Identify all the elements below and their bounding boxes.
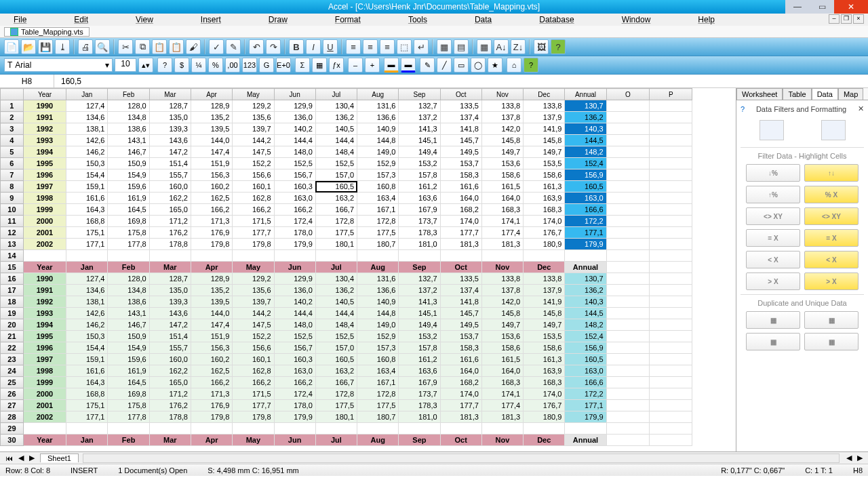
cell[interactable]: 181,0 [399, 411, 440, 423]
cell[interactable]: 151,4 [149, 158, 191, 169]
cell[interactable]: 168,2 [440, 204, 481, 216]
cell[interactable]: 164,5 [108, 204, 149, 216]
cell[interactable]: 135,6 [233, 285, 274, 296]
cell[interactable]: 152,5 [315, 331, 357, 342]
cell[interactable]: 137,4 [440, 285, 481, 296]
cell[interactable]: 142,6 [66, 308, 108, 319]
cell[interactable]: 157,0 [315, 342, 357, 354]
filter-xy-button[interactable]: <> XY [746, 207, 800, 225]
cell[interactable]: 141,9 [524, 296, 565, 308]
col-header[interactable]: May [233, 89, 274, 100]
cell[interactable]: 171,5 [233, 388, 274, 400]
cell[interactable]: 150,9 [108, 331, 149, 342]
cell[interactable]: 140,9 [357, 296, 399, 308]
sheet-tab-1[interactable]: Sheet1 [40, 453, 79, 462]
cell[interactable]: 180,1 [315, 411, 357, 423]
cell[interactable]: 158,6 [481, 342, 523, 354]
cell[interactable]: 151,4 [149, 331, 191, 342]
cell[interactable]: 161,3 [524, 354, 565, 365]
cell[interactable]: 167,9 [399, 377, 440, 388]
col-header[interactable]: Apr [191, 89, 232, 100]
cell[interactable]: 140,9 [357, 123, 399, 135]
close-button[interactable]: ✕ [834, 0, 868, 14]
sum-icon[interactable]: Σ [295, 58, 310, 73]
cell[interactable]: 154,4 [66, 342, 108, 354]
cell[interactable]: 168,8 [66, 388, 108, 400]
cell[interactable]: 166,2 [191, 377, 232, 388]
cell[interactable]: 135,2 [191, 285, 232, 296]
cell[interactable]: 176,7 [524, 227, 565, 239]
cell[interactable]: 127,4 [66, 100, 108, 112]
cell[interactable]: 160,5 [315, 354, 357, 365]
align-right-icon[interactable]: ≡ [380, 39, 395, 54]
cell[interactable]: 149,7 [524, 319, 565, 331]
cell[interactable]: 161,9 [108, 365, 149, 377]
cell[interactable]: 146,7 [108, 146, 149, 158]
cell[interactable]: 137,8 [481, 285, 523, 296]
cell[interactable]: 162,2 [149, 365, 191, 377]
cell[interactable]: 173,7 [399, 388, 440, 400]
filter-lt-button[interactable]: < X [746, 251, 800, 268]
cell[interactable]: 167,1 [357, 377, 399, 388]
cell[interactable]: 129,9 [274, 273, 315, 285]
cell[interactable]: 154,9 [108, 342, 149, 354]
col-header[interactable]: Oct [440, 89, 481, 100]
cell[interactable]: 179,8 [233, 411, 274, 423]
cell[interactable]: 167,9 [399, 204, 440, 216]
cell[interactable]: 140,2 [274, 123, 315, 135]
cell[interactable]: 136,2 [315, 285, 357, 296]
cell[interactable]: 163,0 [274, 365, 315, 377]
col-header[interactable]: Jan [66, 89, 108, 100]
cell[interactable]: 162,2 [149, 193, 191, 204]
cell[interactable]: 144,0 [191, 308, 232, 319]
cell[interactable]: 133,8 [524, 273, 565, 285]
cell[interactable]: 163,4 [357, 365, 399, 377]
cell[interactable]: 181,3 [440, 411, 481, 423]
cell[interactable]: 163,6 [399, 365, 440, 377]
sort-desc-icon[interactable]: Z↓ [511, 39, 526, 54]
cell[interactable]: 161,6 [66, 193, 108, 204]
cell[interactable]: 149,7 [481, 146, 523, 158]
cell[interactable]: 156,3 [191, 169, 232, 181]
circle-icon[interactable]: ◯ [471, 58, 486, 73]
cell[interactable]: 177,8 [108, 411, 149, 423]
cell[interactable]: 135,2 [191, 112, 232, 123]
cell[interactable]: 177,1 [66, 239, 108, 250]
fill-color-icon[interactable]: ▬ [401, 58, 416, 73]
cell[interactable]: 144,0 [191, 135, 232, 146]
home-icon[interactable]: ⌂ [507, 58, 521, 73]
cell[interactable]: 161,9 [108, 193, 149, 204]
cell[interactable]: 158,3 [440, 342, 481, 354]
cell[interactable]: 149,4 [399, 319, 440, 331]
cell[interactable]: 147,4 [191, 146, 232, 158]
sheet-scroll-right-icon[interactable]: ▶ [854, 453, 865, 462]
cell[interactable]: 178,8 [149, 239, 191, 250]
font-size-input[interactable]: 10 [115, 58, 136, 72]
pencil-icon[interactable]: ✎ [420, 58, 435, 73]
filter-eq-button[interactable]: = X [746, 229, 800, 247]
cell[interactable]: 156,7 [274, 342, 315, 354]
cell[interactable]: 136,2 [315, 112, 357, 123]
cell[interactable]: 180,1 [315, 239, 357, 250]
cell[interactable]: 129,9 [274, 100, 315, 112]
cell[interactable]: 176,2 [149, 400, 191, 411]
panel-tab-table[interactable]: Table [783, 88, 811, 100]
panel-tab-data[interactable]: Data [812, 88, 838, 100]
cell[interactable]: 172,4 [274, 216, 315, 227]
cell[interactable]: 149,5 [440, 319, 481, 331]
cell[interactable]: 149,0 [357, 319, 399, 331]
cell[interactable]: 177,5 [357, 400, 399, 411]
cell[interactable]: 147,2 [149, 319, 191, 331]
cell[interactable]: 172,8 [357, 216, 399, 227]
cell[interactable]: 162,8 [233, 193, 274, 204]
cell[interactable]: 177,4 [481, 400, 523, 411]
cell[interactable]: 180,9 [524, 411, 565, 423]
menu-insert[interactable]: Insert [201, 15, 221, 24]
cell[interactable]: 156,3 [191, 342, 232, 354]
cell[interactable]: 149,4 [399, 146, 440, 158]
cell[interactable]: 154,9 [108, 169, 149, 181]
cell[interactable]: 160,8 [357, 181, 399, 193]
cell[interactable]: 175,8 [108, 400, 149, 411]
cell[interactable]: 153,5 [524, 158, 565, 169]
cell[interactable]: 141,3 [399, 296, 440, 308]
